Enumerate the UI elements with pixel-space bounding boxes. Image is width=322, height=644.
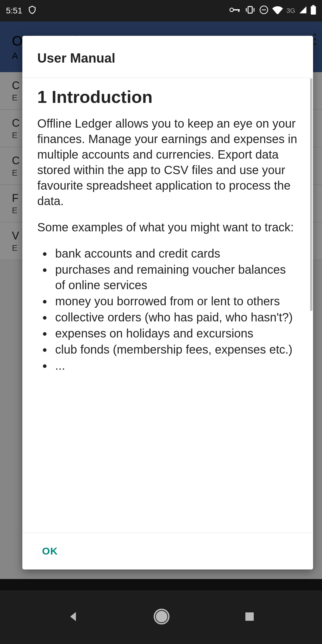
- svg-point-0: [230, 8, 233, 12]
- manual-list-item: bank accounts and credit cards: [52, 246, 298, 261]
- status-time: 5:51: [6, 6, 22, 16]
- battery-icon: [311, 5, 316, 17]
- vibrate-icon: [245, 5, 256, 16]
- back-icon[interactable]: [66, 610, 80, 625]
- shield-icon: [28, 5, 37, 17]
- manual-list-item: collective orders (who has paid, who has…: [52, 309, 298, 325]
- manual-list-item: club fonds (membership fees, ex­penses e…: [52, 342, 298, 357]
- ok-button[interactable]: OK: [34, 541, 66, 561]
- scrollbar[interactable]: [310, 78, 312, 311]
- svg-point-11: [157, 612, 167, 622]
- recent-apps-icon[interactable]: [243, 610, 256, 624]
- manual-list-item: expenses on holidays and excursions: [52, 326, 298, 341]
- dialog-body[interactable]: 1 Introduction Offline Ledger allows you…: [22, 78, 313, 532]
- wifi-icon: [272, 6, 283, 16]
- dialog-title: User Manual: [22, 36, 313, 78]
- manual-list-item: purchases and remaining voucher balances…: [52, 262, 298, 293]
- system-nav-bar: [0, 590, 322, 644]
- network-label: 3G: [287, 7, 295, 15]
- dialog-footer: OK: [22, 532, 313, 569]
- manual-list-item: ...: [52, 358, 298, 373]
- user-manual-dialog: User Manual 1 Introduction Offline Ledge…: [22, 36, 313, 569]
- svg-rect-3: [248, 7, 252, 13]
- dnd-icon: [259, 5, 269, 17]
- vpn-key-icon: [229, 6, 241, 16]
- manual-paragraph: Offline Ledger allows you to keep an eye…: [37, 116, 298, 209]
- home-icon[interactable]: [153, 608, 170, 626]
- manual-list-item: money you borrowed from or lent to other…: [52, 293, 298, 309]
- manual-heading: 1 Introduction: [37, 87, 298, 107]
- svg-rect-8: [312, 5, 314, 6]
- svg-rect-2: [238, 9, 239, 12]
- manual-list: bank accounts and credit cards purchases…: [37, 246, 298, 373]
- status-bar: 5:51 3G: [0, 0, 322, 21]
- svg-rect-12: [245, 612, 254, 621]
- signal-icon: [299, 6, 307, 16]
- manual-paragraph: Some examples of what you might want to …: [37, 219, 298, 235]
- svg-rect-9: [311, 6, 316, 14]
